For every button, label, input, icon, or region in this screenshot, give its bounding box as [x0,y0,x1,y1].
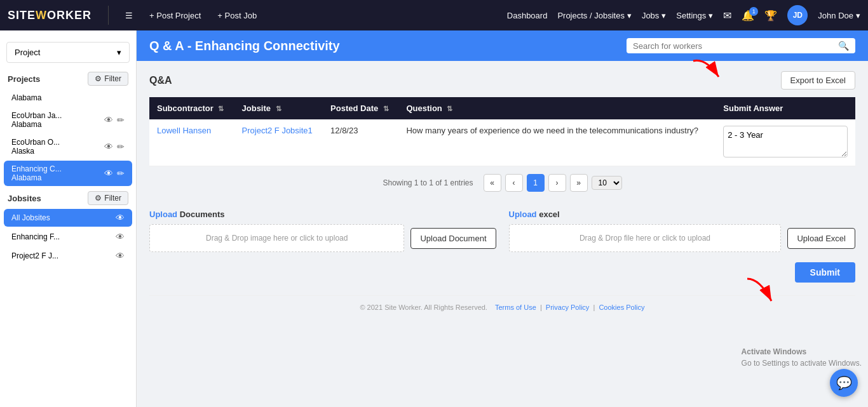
sidebar-item-label: Enhancing F... [11,232,116,241]
jobsites-filter-button[interactable]: ⚙ Filter [88,191,128,205]
chat-button[interactable]: 💬 [830,369,858,397]
sidebar-item-icons: 👁 ✏ [104,115,125,125]
search-input[interactable] [633,41,838,51]
top-navigation: SITEWORKER ☰ + Post Project + Post Job D… [0,0,868,30]
col-submit-answer: Submit Answer [715,97,855,119]
logo: SITEWORKER [8,9,92,22]
chevron-down-icon: ▾ [709,11,713,20]
sidebar-item-project2-f[interactable]: Project2 F J... 👁 [4,247,132,265]
eye-icon[interactable]: 👁 [104,142,113,152]
table-row: Lowell Hansen Project2 F Jobsite1 12/8/2… [149,119,855,166]
sidebar-item-all-jobsites[interactable]: All Jobsites 👁 [4,209,132,227]
eye-icon[interactable]: 👁 [116,213,125,223]
sidebar-item-alabama[interactable]: Alabama [4,90,132,106]
nav-center: Dashboard Projects / Jobsites ▾ Jobs ▾ S… [507,5,860,25]
sidebar-item-icons: 👁 ✏ [104,168,125,178]
sidebar-item-label: EcoUrban O...Alaska [11,138,104,156]
pagination: Showing 1 to 1 of 1 entries « ‹ 1 › » 10… [149,166,855,199]
sidebar-item-label: Project2 F J... [11,251,116,260]
post-job-button[interactable]: + Post Job [212,8,262,23]
footer: © 2021 Site Worker. All Rights Reserved.… [149,295,855,315]
sidebar-item-label: All Jobsites [11,213,116,222]
question-text: How many years of experience do we need … [398,119,715,166]
privacy-link[interactable]: Privacy Policy [546,304,589,311]
mail-button[interactable]: ✉ [723,10,731,22]
edit-icon[interactable]: ✏ [117,142,125,152]
chevron-down-icon: ▾ [661,11,666,20]
main-layout: Project ▾ Projects ⚙ Filter Alabama EcoU… [0,30,868,407]
upload-document-button[interactable]: Upload Document [410,228,496,249]
per-page-select[interactable]: 10 25 50 [592,176,622,190]
upload-documents-area: Drag & Drop image here or click to uploa… [149,224,496,252]
qa-header: Q&A Export to Excel [149,71,855,90]
logo-highlight: W [36,9,47,22]
sort-icon[interactable]: ⇅ [447,105,452,112]
table-body: Lowell Hansen Project2 F Jobsite1 12/8/2… [149,119,855,166]
nav-settings[interactable]: Settings ▾ [676,11,713,20]
notification-button[interactable]: 🔔 1 [742,10,754,22]
sidebar-item-enhancing-f[interactable]: Enhancing F... 👁 [4,228,132,246]
pagination-info: Showing 1 to 1 of 1 entries [383,178,473,187]
main-content: Q & A - Enhancing Connectivity 🔍 Q&A Exp… [137,30,868,407]
sort-icon[interactable]: ⇅ [218,105,224,112]
trophy-button[interactable]: 🏆 [764,10,777,22]
projects-filter-button[interactable]: ⚙ Filter [88,72,128,86]
prev-page-button[interactable]: ‹ [505,174,523,192]
jobsite-link[interactable]: Project2 F Jobsite1 [242,126,313,135]
edit-icon[interactable]: ✏ [117,168,125,178]
submit-button[interactable]: Submit [795,262,855,283]
footer-copyright: © 2021 Site Worker. All Rights Reserved. [360,304,487,311]
nav-jobs[interactable]: Jobs ▾ [642,11,666,20]
qa-table: Subcontractor ⇅ Jobsite ⇅ Posted Date ⇅ [149,97,855,166]
terms-link[interactable]: Terms of Use [495,304,536,311]
sidebar: Project ▾ Projects ⚙ Filter Alabama EcoU… [0,30,137,407]
last-page-button[interactable]: » [570,174,588,192]
eye-icon[interactable]: 👁 [104,168,113,178]
projects-title: Projects [8,74,40,84]
user-name[interactable]: John Doe ▾ [818,11,860,20]
sidebar-item-icons: 👁 [116,213,125,223]
sidebar-item-label: Alabama [11,93,125,102]
page-1-button[interactable]: 1 [527,174,545,192]
sort-icon[interactable]: ⇅ [276,105,281,112]
sidebar-item-icons: 👁 ✏ [104,142,125,152]
hamburger-menu[interactable]: ☰ [120,8,138,23]
subcontractor-link[interactable]: Lowell Hansen [157,126,211,135]
documents-dropzone[interactable]: Drag & Drop image here or click to uploa… [149,224,404,252]
filter-icon: ⚙ [95,194,102,203]
next-page-button[interactable]: › [548,174,566,192]
eye-icon[interactable]: 👁 [116,232,125,242]
eye-icon[interactable]: 👁 [104,115,113,125]
upload-excel-button[interactable]: Upload Excel [787,228,855,249]
upload-excel-area: Drag & Drop file here or click to upload… [509,224,856,252]
nav-projects-jobsites[interactable]: Projects / Jobsites ▾ [557,11,632,20]
chevron-down-icon: ▾ [117,48,121,57]
avatar: JD [787,5,808,25]
sort-icon[interactable]: ⇅ [383,105,389,112]
col-question: Question ⇅ [398,97,715,119]
nav-dashboard[interactable]: Dashboard [507,11,548,20]
first-page-button[interactable]: « [484,174,501,192]
sidebar-item-icons: 👁 [116,232,125,242]
col-jobsite: Jobsite ⇅ [234,97,323,119]
projects-section-header: Projects ⚙ Filter [0,68,136,88]
excel-dropzone[interactable]: Drag & Drop file here or click to upload [509,224,782,252]
eye-icon[interactable]: 👁 [116,251,125,261]
content-area: Q&A Export to Excel Subcontractor ⇅ Jobs… [137,61,868,325]
jobsites-title: Jobsites [8,194,41,203]
notification-badge: 1 [749,7,758,16]
upload-documents-label: Upload Documents [149,210,496,219]
chevron-down-icon: ▾ [627,11,632,20]
sidebar-item-ecourban-ja[interactable]: EcoUrban Ja...Alabama 👁 ✏ [4,107,132,133]
answer-textarea[interactable]: 2 - 3 Year [723,126,848,157]
export-excel-button[interactable]: Export to Excel [781,71,855,90]
col-subcontractor: Subcontractor ⇅ [149,97,234,119]
page-title: Q & A - Enhancing Connectivity [149,39,340,53]
post-project-button[interactable]: + Post Project [144,8,206,23]
sidebar-item-label: Enhancing C...Alabama [11,164,104,182]
cookies-link[interactable]: Cookies Policy [599,304,644,311]
sidebar-item-enhancing[interactable]: Enhancing C...Alabama 👁 ✏ [4,161,132,186]
project-dropdown[interactable]: Project ▾ [6,42,130,63]
sidebar-item-ecourban-o[interactable]: EcoUrban O...Alaska 👁 ✏ [4,134,132,159]
edit-icon[interactable]: ✏ [117,115,125,125]
